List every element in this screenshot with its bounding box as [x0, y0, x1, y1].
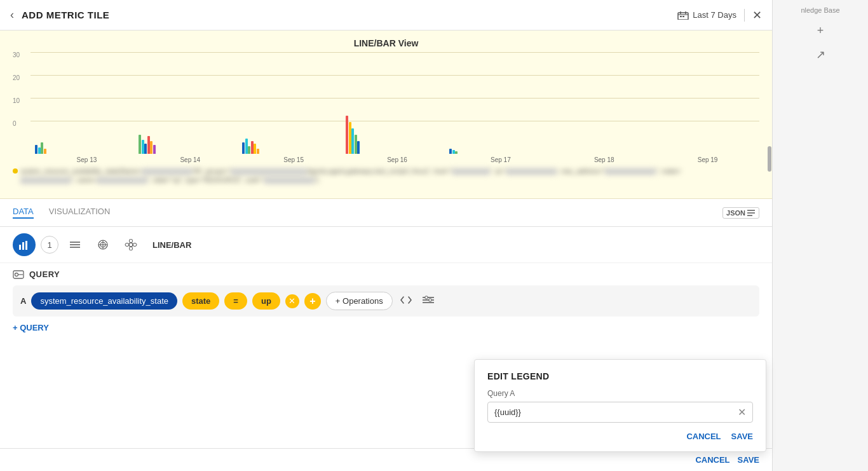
add-query-button[interactable]: + QUERY [13, 323, 759, 332]
popup-cancel-button[interactable]: CANCEL [686, 432, 721, 441]
bar [455, 151, 458, 154]
svg-point-22 [130, 247, 133, 250]
legend-icon[interactable] [419, 294, 437, 308]
x-label-sep15: Sep 15 [242, 156, 346, 163]
bar-group-sep16 [346, 116, 449, 154]
chart-type-label: LINE/BAR [153, 240, 191, 250]
code-icon[interactable] [398, 294, 414, 308]
header: ‹ ADD METRIC TILE Last 7 Days ✕ [0, 0, 772, 31]
chart-area: LINE/BAR View 30 20 10 0 [0, 31, 772, 199]
list-icon [69, 240, 81, 249]
popup-clear-button[interactable]: ✕ [738, 406, 746, 418]
radar-icon [97, 239, 109, 250]
chart-type-bar[interactable] [13, 233, 36, 256]
back-button[interactable]: ‹ [10, 8, 14, 22]
chart-type-list[interactable] [64, 233, 86, 256]
legend-dot [13, 168, 18, 174]
bar [242, 142, 245, 154]
chart-grid: 30 20 10 0 [13, 52, 759, 154]
query-letter: A [20, 296, 26, 306]
bar [245, 139, 248, 154]
chart-title: LINE/BAR View [13, 38, 759, 48]
svg-rect-31 [429, 299, 431, 301]
code-brackets-icon [400, 296, 412, 304]
bar-group-sep15 [242, 139, 345, 154]
json-icon [747, 209, 756, 217]
x-labels: Sep 13 Sep 14 Sep 15 Sep 16 Sep 17 Sep 1… [35, 156, 759, 163]
bar [449, 149, 452, 154]
bar [257, 149, 259, 154]
y-label-20: 20 [13, 75, 20, 81]
bar [248, 146, 250, 154]
cancel-button[interactable]: CANCEL [695, 455, 729, 465]
bar [452, 150, 455, 154]
bar [144, 144, 147, 154]
svg-point-25 [15, 273, 18, 276]
svg-rect-9 [19, 245, 21, 250]
bar [254, 144, 256, 154]
x-label-sep13: Sep 13 [35, 156, 139, 163]
popup-footer: CANCEL SAVE [487, 432, 753, 441]
bar [150, 141, 153, 154]
query-label-row: QUERY [13, 270, 759, 279]
svg-point-21 [133, 243, 137, 247]
legend-settings-icon [422, 296, 435, 304]
edit-legend-popup: EDIT LEGEND Query A ✕ CANCEL SAVE [474, 359, 766, 452]
add-icon-button[interactable]: + [817, 24, 824, 38]
svg-point-23 [125, 243, 129, 247]
filter-key-pill[interactable]: state [182, 292, 219, 310]
popup-title: EDIT LEGEND [487, 371, 753, 381]
knowledge-base-label: nledge Base [801, 6, 839, 14]
tab-data[interactable]: DATA [13, 207, 34, 219]
bar-group-sep17 [449, 149, 552, 154]
chart-type-flower[interactable] [119, 233, 142, 256]
legend-input[interactable] [494, 407, 738, 417]
bar [44, 149, 46, 154]
bar [153, 145, 156, 154]
time-range-label: Last 7 Days [693, 10, 736, 20]
header-right: Last 7 Days ✕ [677, 8, 762, 22]
svg-rect-11 [25, 241, 27, 250]
bar [41, 142, 43, 154]
filter-op-pill[interactable]: = [224, 292, 247, 310]
bar [38, 147, 41, 154]
share-icon-button[interactable]: ↗ [816, 48, 825, 62]
bar [355, 135, 357, 154]
bar [357, 141, 360, 154]
chart-type-radar[interactable] [92, 233, 114, 256]
filter-remove-button[interactable]: ✕ [285, 294, 299, 308]
x-label-sep16: Sep 16 [346, 156, 449, 163]
bar-chart-icon [18, 240, 30, 250]
x-label-sep17: Sep 17 [449, 156, 552, 163]
filter-val-pill[interactable]: up [252, 292, 280, 310]
y-label-10: 10 [13, 98, 20, 104]
popup-input-row: ✕ [487, 402, 753, 423]
x-label-sep19: Sep 19 [656, 156, 759, 163]
bars-container [35, 52, 759, 154]
bar [139, 135, 141, 154]
x-label-sep14: Sep 14 [139, 156, 242, 163]
time-range-selector[interactable]: Last 7 Days [677, 10, 736, 20]
query-row: A system_resource_availability_state sta… [13, 285, 759, 317]
svg-rect-10 [22, 242, 24, 250]
page-title: ADD METRIC TILE [22, 10, 677, 20]
json-button[interactable]: JSON [722, 207, 759, 219]
x-label-sep18: Sep 18 [552, 156, 656, 163]
add-filter-button[interactable]: + [304, 293, 321, 310]
operations-button[interactable]: + Operations [326, 292, 393, 310]
svg-point-20 [130, 239, 133, 243]
calendar-icon [677, 11, 689, 20]
scroll-indicator[interactable] [768, 146, 771, 172]
chart-type-number[interactable]: 1 [41, 236, 58, 254]
close-button[interactable]: ✕ [752, 8, 762, 22]
save-button[interactable]: SAVE [738, 455, 759, 465]
svg-point-19 [129, 243, 133, 247]
tab-visualization[interactable]: VISUALIZATION [49, 207, 111, 219]
chart-type-row: 1 LINE/BAR [0, 227, 772, 263]
bar [142, 140, 144, 154]
metric-name-pill[interactable]: system_resource_availability_state [31, 292, 177, 310]
svg-rect-30 [425, 296, 428, 299]
popup-save-button[interactable]: SAVE [731, 432, 753, 441]
bar [346, 116, 348, 154]
bar [147, 136, 150, 154]
